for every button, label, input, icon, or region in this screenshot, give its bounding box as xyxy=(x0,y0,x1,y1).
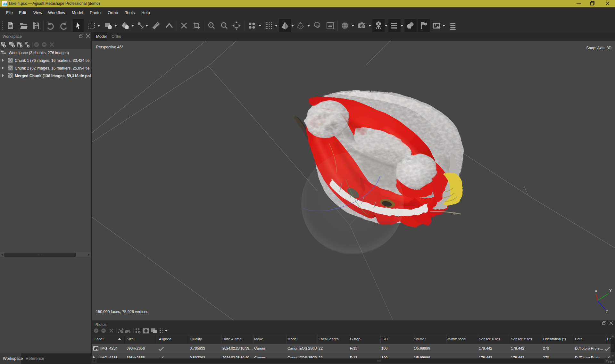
svg-text:X: X xyxy=(595,289,597,293)
svg-text:Z: Z xyxy=(606,310,608,314)
svg-text:Y: Y xyxy=(609,289,612,293)
